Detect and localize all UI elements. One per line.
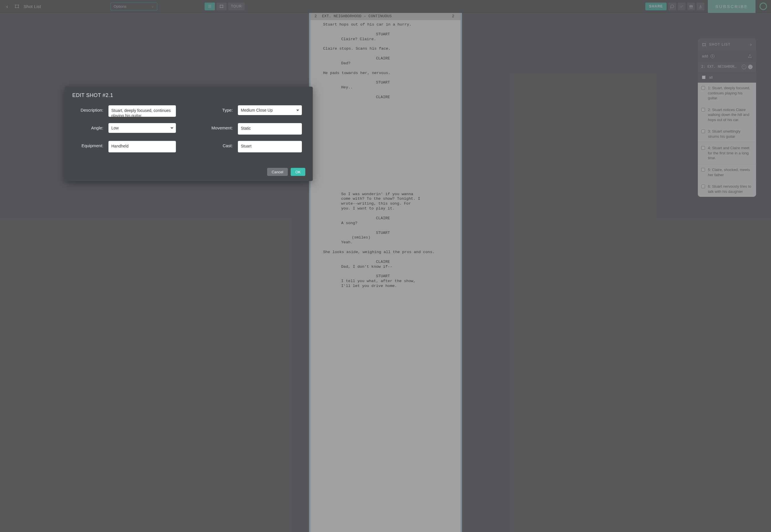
- angle-select[interactable]: Low: [108, 123, 176, 133]
- label-angle: Angle:: [76, 123, 103, 130]
- modal-scrim[interactable]: [0, 0, 771, 532]
- label-type: Type:: [202, 105, 233, 112]
- description-field[interactable]: [108, 105, 176, 117]
- label-movement: Movement:: [202, 123, 233, 130]
- cancel-button[interactable]: Cancel: [267, 168, 288, 176]
- label-cast: Cast:: [202, 141, 233, 148]
- cast-field[interactable]: [238, 141, 302, 152]
- ok-button[interactable]: OK: [291, 168, 305, 176]
- type-select[interactable]: Medium Close Up: [238, 105, 302, 115]
- label-equipment: Equipment:: [76, 141, 103, 148]
- modal-title: EDIT SHOT #2.1: [72, 92, 305, 98]
- equipment-field[interactable]: [108, 141, 176, 152]
- movement-field[interactable]: [238, 123, 302, 135]
- label-description: Description:: [76, 105, 103, 112]
- edit-shot-modal: EDIT SHOT #2.1 Description: Type: Medium…: [65, 87, 313, 181]
